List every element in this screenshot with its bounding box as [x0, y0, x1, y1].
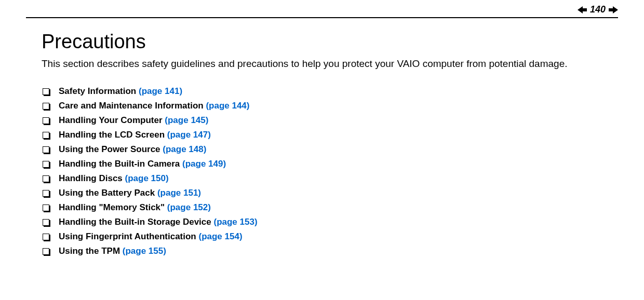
bullet-icon	[43, 161, 49, 168]
toc-item-safety: Safety Information (page 141)	[42, 86, 618, 97]
toc-item-computer: Handling Your Computer (page 145)	[42, 115, 618, 126]
intro-text: This section describes safety guidelines…	[42, 58, 618, 70]
nav-next-icon[interactable]	[609, 6, 618, 13]
toc-item-care: Care and Maintenance Information (page 1…	[42, 101, 618, 111]
toc-label: Handling Your Computer	[59, 115, 165, 126]
page-header: 140	[26, 0, 618, 17]
toc-page-link[interactable]: (page 155)	[123, 246, 166, 256]
bullet-icon	[43, 234, 49, 240]
toc-page-link[interactable]: (page 147)	[167, 130, 211, 140]
toc-item-power: Using the Power Source (page 148)	[42, 144, 618, 155]
toc-item-camera: Handling the Built-in Camera (page 149)	[42, 159, 618, 169]
toc-item-battery: Using the Battery Pack (page 151)	[42, 188, 618, 198]
bullet-icon	[43, 103, 49, 110]
toc-page-link[interactable]: (page 145)	[165, 115, 208, 126]
toc-page-link[interactable]: (page 152)	[167, 202, 211, 213]
toc-list: Safety Information (page 141) Care and M…	[42, 86, 618, 256]
toc-page-link[interactable]: (page 148)	[163, 144, 206, 155]
header-divider	[26, 17, 618, 18]
toc-label: Care and Maintenance Information	[59, 101, 206, 111]
toc-item-storage: Handling the Built-in Storage Device (pa…	[42, 217, 618, 227]
toc-label: Handling Discs	[59, 173, 125, 184]
bullet-icon	[43, 88, 49, 95]
svg-marker-1	[609, 6, 618, 13]
bullet-icon	[43, 146, 49, 153]
toc-item-tpm: Using the TPM (page 155)	[42, 246, 618, 256]
page-number: 140	[590, 4, 606, 15]
toc-page-link[interactable]: (page 154)	[198, 231, 242, 242]
bullet-icon	[43, 132, 49, 139]
toc-label: Handling the Built-in Camera	[59, 159, 182, 169]
bullet-icon	[43, 204, 49, 211]
svg-marker-0	[578, 6, 587, 13]
bullet-icon	[43, 117, 49, 124]
bullet-icon	[43, 219, 49, 226]
toc-item-memory-stick: Handling "Memory Stick" (page 152)	[42, 202, 618, 213]
toc-page-link[interactable]: (page 153)	[213, 217, 257, 227]
toc-page-link[interactable]: (page 144)	[206, 101, 249, 111]
toc-label: Handling "Memory Stick"	[59, 202, 167, 213]
toc-label: Using the TPM	[59, 246, 123, 256]
toc-item-discs: Handling Discs (page 150)	[42, 173, 618, 184]
toc-page-link[interactable]: (page 150)	[125, 173, 169, 184]
toc-label: Safety Information	[59, 86, 139, 97]
toc-page-link[interactable]: (page 141)	[139, 86, 182, 97]
toc-item-fingerprint: Using Fingerprint Authentication (page 1…	[42, 231, 618, 242]
page-title: Precautions	[42, 31, 618, 53]
bullet-icon	[43, 175, 49, 182]
content-area: Precautions This section describes safet…	[26, 31, 618, 256]
toc-page-link[interactable]: (page 149)	[182, 159, 226, 169]
toc-label: Using Fingerprint Authentication	[59, 231, 198, 242]
bullet-icon	[43, 190, 49, 197]
toc-label: Handling the Built-in Storage Device	[59, 217, 213, 227]
bullet-icon	[43, 248, 49, 255]
toc-item-lcd: Handling the LCD Screen (page 147)	[42, 130, 618, 140]
nav-prev-icon[interactable]	[578, 6, 587, 13]
toc-page-link[interactable]: (page 151)	[157, 188, 201, 198]
toc-label: Handling the LCD Screen	[59, 130, 167, 140]
toc-label: Using the Battery Pack	[59, 188, 157, 198]
toc-label: Using the Power Source	[59, 144, 163, 155]
